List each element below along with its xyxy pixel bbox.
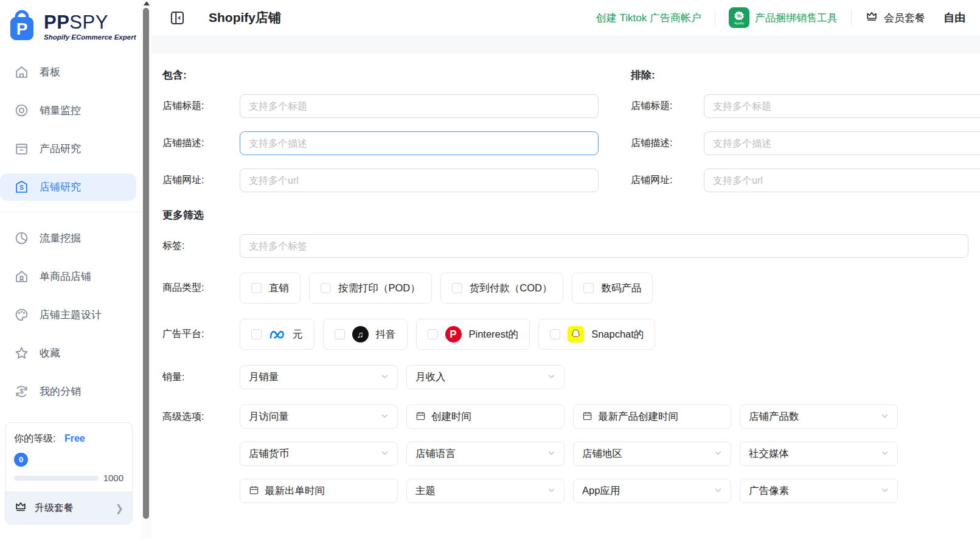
ad-platform-row: 广告平台: 元 ♫ 抖音 P Pinterest的	[162, 319, 980, 350]
level-current-badge: 0	[14, 453, 28, 467]
checkbox-dropshipping[interactable]: 直销	[240, 273, 301, 304]
store-currency-select[interactable]: 店铺货币	[240, 442, 398, 466]
checkbox-icon[interactable]	[251, 283, 262, 293]
meta-icon	[269, 326, 285, 343]
include-store-title-input[interactable]	[240, 94, 599, 118]
chevron-down-icon	[380, 411, 390, 423]
dollar-cycle-icon: $	[13, 384, 29, 400]
pinterest-icon: P	[445, 326, 462, 343]
checkbox-icon[interactable]	[550, 329, 560, 339]
include-store-url-input[interactable]	[240, 169, 599, 192]
advanced-label: 高级选项:	[162, 411, 240, 423]
latest-order-time-picker[interactable]: 最新出单时间	[240, 479, 398, 503]
sidebar-item-my-distribution[interactable]: $ 我的分销	[0, 378, 136, 405]
star-icon	[13, 346, 29, 361]
app-select[interactable]: App应用	[573, 479, 731, 503]
sidebar-item-store-research[interactable]: S 店铺研究	[0, 173, 136, 201]
product-type-label: 商品类型:	[162, 282, 240, 294]
username[interactable]: 自由	[944, 10, 965, 25]
sidebar-item-favorites[interactable]: 收藏	[0, 339, 136, 367]
checkbox-icon[interactable]	[321, 283, 331, 293]
checkbox-pod[interactable]: 按需打印（POD）	[309, 273, 432, 304]
create-tiktok-ad-account-link[interactable]: 创建 Tiktok 广告商帐户	[596, 11, 701, 25]
top-header: Shopify店铺 创建 Tiktok 广告商帐户 % Apollo 产品捆绑销…	[151, 0, 980, 35]
sidebar-item-product-research[interactable]: 产品研究	[0, 135, 136, 162]
ppspy-bag-icon: P	[6, 10, 38, 44]
created-time-picker[interactable]: 创建时间	[406, 405, 565, 429]
header-divider	[851, 10, 852, 26]
checkbox-icon[interactable]	[452, 283, 462, 293]
chevron-right-icon: ❯	[116, 502, 123, 514]
pie-chart-icon	[13, 231, 29, 246]
sidebar-item-single-product-store[interactable]: 单商品店铺	[0, 263, 136, 290]
store-product-count-select[interactable]: 店铺产品数	[740, 405, 898, 429]
chevron-down-icon	[547, 372, 557, 383]
exclude-store-description-input[interactable]	[704, 131, 980, 155]
scrollbar-thumb[interactable]	[143, 8, 149, 519]
upgrade-plan-button[interactable]: 升级套餐 ❯	[5, 492, 132, 524]
collapse-sidebar-icon[interactable]	[169, 10, 186, 26]
checkbox-tiktok[interactable]: ♫ 抖音	[323, 319, 408, 350]
sidebar-item-traffic-mining[interactable]: 流量挖掘	[0, 224, 136, 252]
checkbox-icon[interactable]	[251, 329, 262, 339]
chevron-down-icon	[880, 485, 890, 497]
filters-panel: 包含: 店铺标题: 店铺描述: 店铺网址: 排除: 店铺标题:	[151, 54, 980, 539]
checkbox-icon[interactable]	[583, 283, 594, 293]
store-region-select[interactable]: 店铺地区	[573, 442, 731, 466]
calendar-icon	[415, 411, 426, 423]
vertical-scrollbar[interactable]	[141, 0, 151, 539]
sidebar-divider	[0, 212, 141, 212]
snapchat-icon	[568, 326, 584, 343]
level-label: 你的等级:	[14, 433, 55, 443]
field-label: 店铺标题:	[631, 100, 704, 113]
apollo-app-icon: % Apollo	[729, 7, 749, 28]
include-store-description-input[interactable]	[240, 131, 599, 155]
theme-select[interactable]: 主题	[406, 479, 565, 503]
ad-pixel-select[interactable]: 广告像素	[740, 479, 898, 503]
bundle-tool-link[interactable]: % Apollo 产品捆绑销售工具	[729, 7, 838, 28]
sidebar-item-dashboard[interactable]: 看板	[0, 58, 136, 86]
brand-tagline: Shopify ECommerce Expert	[44, 33, 136, 41]
monthly-sales-select[interactable]: 月销量	[240, 365, 398, 389]
calendar-icon	[582, 411, 593, 423]
checkbox-cod[interactable]: 货到付款（COD）	[440, 273, 564, 304]
exclude-store-url-input[interactable]	[704, 169, 980, 192]
monthly-visits-select[interactable]: 月访问量	[240, 405, 398, 429]
svg-text:$: $	[19, 388, 23, 395]
sidebar-nav: 看板 销量监控 产品研究 S 店铺研究 流量挖掘	[0, 58, 141, 405]
monthly-revenue-select[interactable]: 月收入	[406, 365, 565, 389]
main-area: Shopify店铺 创建 Tiktok 广告商帐户 % Apollo 产品捆绑销…	[151, 0, 980, 539]
checkbox-meta[interactable]: 元	[240, 319, 315, 350]
sidebar-item-theme-design[interactable]: 店铺主题设计	[0, 301, 136, 329]
page-title: Shopify店铺	[209, 9, 281, 26]
ad-platform-label: 广告平台:	[162, 328, 240, 341]
brand-logo[interactable]: P PPSPY Shopify ECommerce Expert	[0, 0, 141, 50]
scrollbar-up-arrow[interactable]	[144, 1, 150, 5]
checkbox-snapchat[interactable]: Snapchat的	[538, 319, 655, 350]
sidebar: P PPSPY Shopify ECommerce Expert 看板 销量监控…	[0, 0, 141, 539]
latest-product-created-time-picker[interactable]: 最新产品创建时间	[573, 405, 731, 429]
shop-bag-icon: S	[13, 179, 29, 195]
social-media-select[interactable]: 社交媒体	[740, 442, 898, 466]
field-label: 店铺网址:	[162, 174, 240, 187]
tags-input[interactable]	[240, 234, 968, 258]
sidebar-item-sales-monitor[interactable]: 销量监控	[0, 97, 136, 124]
header-divider	[715, 10, 715, 26]
field-label: 店铺描述:	[631, 137, 704, 150]
checkbox-icon[interactable]	[335, 329, 345, 339]
member-plan-link[interactable]: 会员套餐	[865, 10, 925, 26]
more-filters-title: 更多筛选	[162, 208, 980, 222]
tags-label: 标签:	[162, 240, 240, 252]
chevron-down-icon	[880, 448, 890, 460]
chevron-down-icon	[380, 448, 390, 460]
exclude-store-title-input[interactable]	[704, 94, 980, 118]
calendar-icon	[249, 485, 260, 498]
brand-name: PPSPY	[44, 12, 108, 33]
checkbox-pinterest[interactable]: P Pinterest的	[416, 319, 530, 350]
palette-icon	[13, 307, 29, 323]
field-label: 店铺标题:	[162, 100, 240, 113]
include-title: 包含:	[162, 68, 599, 82]
checkbox-digital-product[interactable]: 数码产品	[572, 273, 653, 304]
checkbox-icon[interactable]	[428, 329, 438, 339]
store-language-select[interactable]: 店铺语言	[406, 442, 565, 466]
